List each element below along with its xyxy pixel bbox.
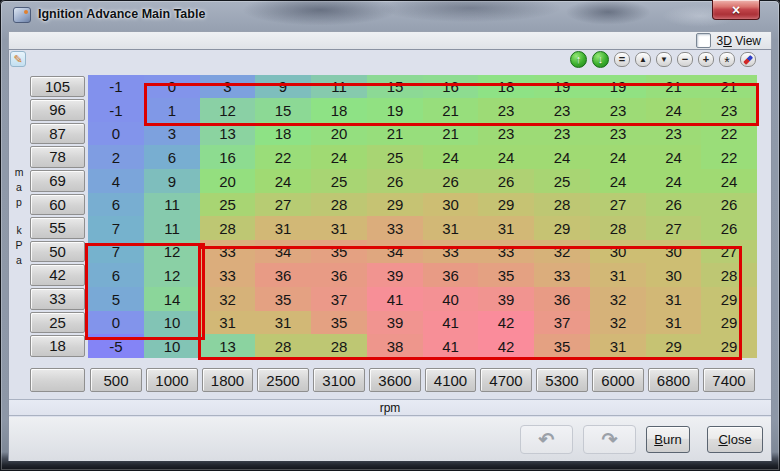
interpolate-button[interactable]: *	[719, 52, 735, 67]
table-cell[interactable]: 27	[701, 240, 757, 263]
table-cell[interactable]: 35	[311, 240, 367, 263]
table-cell[interactable]: 24	[646, 98, 701, 122]
table-cell[interactable]: 39	[478, 287, 534, 311]
table-cell[interactable]: 36	[311, 263, 367, 287]
table-cell[interactable]: 33	[367, 216, 423, 240]
table-cell[interactable]: 18	[311, 98, 367, 122]
table-cell[interactable]: 26	[478, 169, 534, 193]
table-cell[interactable]: 26	[367, 169, 423, 193]
redo-button[interactable]: ↷	[583, 425, 636, 454]
table-cell[interactable]: 21	[646, 75, 701, 98]
rpm-column-header[interactable]: 4700	[480, 368, 532, 392]
undo-button[interactable]: ↶	[520, 425, 573, 454]
map-row-header[interactable]: 69	[30, 170, 85, 192]
table-cell[interactable]: 1	[144, 98, 200, 122]
table-cell[interactable]: 39	[367, 263, 423, 287]
table-cell[interactable]: 11	[144, 216, 200, 240]
table-cell[interactable]: 34	[367, 240, 423, 263]
table-cell[interactable]: 10	[144, 311, 200, 334]
table-cell[interactable]: 38	[367, 334, 423, 358]
table-cell[interactable]: 24	[590, 145, 646, 169]
table-cell[interactable]: 31	[200, 311, 255, 334]
table-cell[interactable]: 16	[423, 75, 478, 98]
rpm-column-header[interactable]: 6000	[592, 368, 644, 392]
table-cell[interactable]: 26	[701, 216, 757, 240]
table-cell[interactable]: 25	[311, 169, 367, 193]
table-cell[interactable]: 35	[534, 334, 590, 358]
table-cell[interactable]: 19	[367, 98, 423, 122]
table-cell[interactable]: 23	[590, 122, 646, 145]
table-cell[interactable]: 12	[144, 263, 200, 287]
table-cell[interactable]: 26	[646, 193, 701, 216]
table-cell[interactable]: 39	[367, 311, 423, 334]
table-cell[interactable]: 31	[311, 216, 367, 240]
plus-button[interactable]: +	[698, 52, 714, 67]
table-cell[interactable]: 29	[478, 193, 534, 216]
map-row-header[interactable]: 25	[30, 312, 85, 333]
table-cell[interactable]: 7	[88, 240, 144, 263]
table-cell[interactable]: 31	[590, 334, 646, 358]
table-cell[interactable]: 41	[423, 311, 478, 334]
3d-view-checkbox[interactable]	[696, 33, 711, 48]
3d-view-label[interactable]: 3D View	[717, 34, 762, 48]
decrease-button[interactable]: ▼	[656, 52, 672, 67]
table-cell[interactable]: 7	[88, 216, 144, 240]
table-cell[interactable]: 29	[367, 193, 423, 216]
table-cell[interactable]: 32	[590, 311, 646, 334]
app-icon[interactable]	[13, 7, 31, 23]
table-cell[interactable]: 41	[367, 287, 423, 311]
table-cell[interactable]: 25	[367, 145, 423, 169]
table-cell[interactable]: 22	[701, 145, 757, 169]
table-cell[interactable]: 23	[590, 98, 646, 122]
close-button[interactable]: Close	[707, 426, 763, 453]
table-cell[interactable]: 35	[255, 287, 311, 311]
table-cell[interactable]: 28	[200, 216, 255, 240]
table-cell[interactable]: 12	[144, 240, 200, 263]
table-cell[interactable]: 35	[478, 263, 534, 287]
table-cell[interactable]: 23	[701, 98, 757, 122]
table-cell[interactable]: 33	[200, 263, 255, 287]
table-cell[interactable]: 36	[534, 287, 590, 311]
table-cell[interactable]: 27	[590, 193, 646, 216]
table-cell[interactable]: 42	[478, 334, 534, 358]
scale-up-button[interactable]: ↑	[570, 51, 587, 68]
table-cell[interactable]: 24	[701, 169, 757, 193]
table-cell[interactable]: -1	[88, 98, 144, 122]
edit-pencil-icon[interactable]: ✎	[10, 51, 26, 67]
table-cell[interactable]: 28	[534, 193, 590, 216]
table-cell[interactable]: 30	[646, 263, 701, 287]
table-cell[interactable]: 27	[255, 193, 311, 216]
table-cell[interactable]: 41	[423, 334, 478, 358]
table-cell[interactable]: 18	[478, 75, 534, 98]
table-cell[interactable]: 29	[701, 287, 757, 311]
table-cell[interactable]: 24	[646, 145, 701, 169]
table-cell[interactable]: 31	[423, 216, 478, 240]
table-cell[interactable]: 31	[590, 263, 646, 287]
table-cell[interactable]: 22	[701, 122, 757, 145]
table-cell[interactable]: 2	[88, 145, 144, 169]
table-cell[interactable]: 21	[423, 98, 478, 122]
table-cell[interactable]: 4	[88, 169, 144, 193]
table-cell[interactable]: 35	[311, 311, 367, 334]
rpm-column-header[interactable]: 1000	[146, 368, 198, 392]
rpm-column-header[interactable]: 5300	[536, 368, 588, 392]
table-cell[interactable]: 6	[88, 193, 144, 216]
map-row-header[interactable]: 87	[30, 123, 85, 144]
table-cell[interactable]: 13	[200, 122, 255, 145]
table-cell[interactable]: 32	[590, 287, 646, 311]
table-cell[interactable]: 23	[534, 98, 590, 122]
table-cell[interactable]: 31	[255, 216, 311, 240]
set-equal-button[interactable]: =	[614, 52, 630, 67]
table-cell[interactable]: 31	[478, 216, 534, 240]
table-cell[interactable]: 25	[200, 193, 255, 216]
table-cell[interactable]: 20	[200, 169, 255, 193]
map-row-header[interactable]: 42	[30, 264, 85, 286]
table-cell[interactable]: 9	[255, 75, 311, 98]
table-cell[interactable]: 30	[646, 240, 701, 263]
table-cell[interactable]: 23	[646, 122, 701, 145]
rpm-column-header[interactable]: 3600	[369, 368, 421, 392]
rpm-column-header[interactable]: 3100	[313, 368, 365, 392]
rpm-column-header[interactable]: 500	[90, 368, 142, 392]
map-row-header[interactable]: 18	[30, 335, 85, 357]
table-cell[interactable]: 25	[534, 169, 590, 193]
